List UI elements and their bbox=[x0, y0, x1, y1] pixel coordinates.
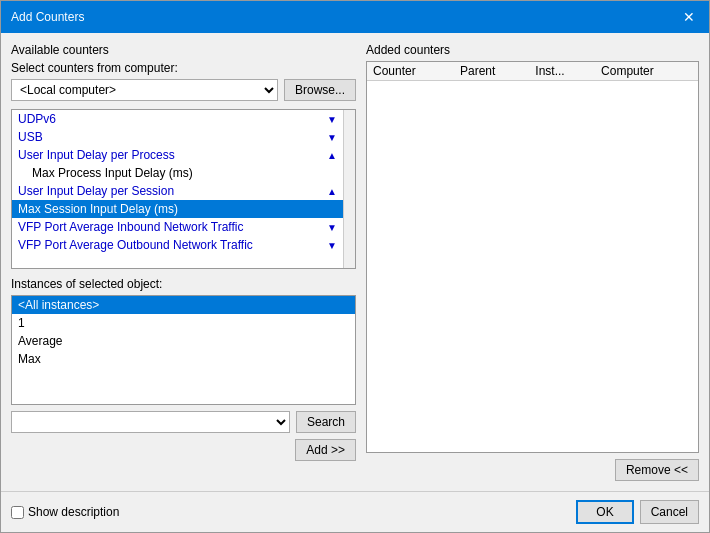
counter-label: VFP Port Average Outbound Network Traffi… bbox=[18, 238, 253, 252]
counter-label: Max Session Input Delay (ms) bbox=[18, 202, 178, 216]
counter-label: UDPv6 bbox=[18, 112, 56, 126]
counter-label: USB bbox=[18, 130, 43, 144]
ok-button[interactable]: OK bbox=[576, 500, 633, 524]
close-button[interactable]: ✕ bbox=[679, 7, 699, 27]
col-computer: Computer bbox=[595, 62, 698, 81]
browse-button[interactable]: Browse... bbox=[284, 79, 356, 101]
search-button[interactable]: Search bbox=[296, 411, 356, 433]
counter-item-vfp-outbound[interactable]: VFP Port Average Outbound Network Traffi… bbox=[12, 236, 343, 254]
added-table-container: Counter Parent Inst... Computer bbox=[366, 61, 699, 453]
cancel-button[interactable]: Cancel bbox=[640, 500, 699, 524]
counter-label: User Input Delay per Session bbox=[18, 184, 174, 198]
instance-max[interactable]: Max bbox=[12, 350, 355, 368]
counter-item-max-session[interactable]: Max Session Input Delay (ms) bbox=[12, 200, 343, 218]
counter-item-vfp-inbound[interactable]: VFP Port Average Inbound Network Traffic… bbox=[12, 218, 343, 236]
counter-list-inner: UDPv6 ▼ USB ▼ User Input Delay per Proce… bbox=[12, 110, 343, 254]
remove-row: Remove << bbox=[366, 459, 699, 481]
select-from-label: Select counters from computer: bbox=[11, 61, 356, 75]
counter-list-container: UDPv6 ▼ USB ▼ User Input Delay per Proce… bbox=[11, 109, 356, 269]
right-panel: Added counters Counter Parent Inst... Co… bbox=[366, 43, 699, 481]
counter-item-udpv6[interactable]: UDPv6 ▼ bbox=[12, 110, 343, 128]
collapse-icon: ▲ bbox=[327, 186, 337, 197]
counter-label: VFP Port Average Inbound Network Traffic bbox=[18, 220, 243, 234]
expand-icon: ▼ bbox=[327, 132, 337, 143]
counter-item-user-input-process[interactable]: User Input Delay per Process ▲ bbox=[12, 146, 343, 164]
col-parent: Parent bbox=[454, 62, 529, 81]
counter-item-usb[interactable]: USB ▼ bbox=[12, 128, 343, 146]
counter-label: User Input Delay per Process bbox=[18, 148, 175, 162]
show-description-checkbox[interactable] bbox=[11, 506, 24, 519]
expand-icon: ▼ bbox=[327, 114, 337, 125]
counter-item-user-input-session[interactable]: User Input Delay per Session ▲ bbox=[12, 182, 343, 200]
instances-container: <All instances> 1 Average Max bbox=[11, 295, 356, 405]
col-counter: Counter bbox=[367, 62, 454, 81]
expand-icon: ▼ bbox=[327, 222, 337, 233]
available-counters-label: Available counters bbox=[11, 43, 356, 57]
add-button[interactable]: Add >> bbox=[295, 439, 356, 461]
instance-average[interactable]: Average bbox=[12, 332, 355, 350]
dialog-title: Add Counters bbox=[11, 10, 84, 24]
add-row: Add >> bbox=[11, 439, 356, 461]
counter-list: UDPv6 ▼ USB ▼ User Input Delay per Proce… bbox=[12, 110, 343, 254]
remove-button[interactable]: Remove << bbox=[615, 459, 699, 481]
search-select[interactable] bbox=[11, 411, 290, 433]
instance-all[interactable]: <All instances> bbox=[12, 296, 355, 314]
computer-select-row: <Local computer> Browse... bbox=[11, 79, 356, 101]
instance-1[interactable]: 1 bbox=[12, 314, 355, 332]
scrollbar-track[interactable] bbox=[343, 110, 355, 268]
computer-select[interactable]: <Local computer> bbox=[11, 79, 278, 101]
show-description-label: Show description bbox=[28, 505, 119, 519]
added-table: Counter Parent Inst... Computer bbox=[367, 62, 698, 81]
collapse-icon: ▲ bbox=[327, 150, 337, 161]
left-panel: Available counters Select counters from … bbox=[11, 43, 356, 481]
bottom-bar: Show description OK Cancel bbox=[1, 491, 709, 532]
added-counters-label: Added counters bbox=[366, 43, 699, 57]
counter-item-max-process[interactable]: Max Process Input Delay (ms) bbox=[12, 164, 343, 182]
add-counters-dialog: Add Counters ✕ Available counters Select… bbox=[0, 0, 710, 533]
show-description-container: Show description bbox=[11, 505, 119, 519]
col-inst: Inst... bbox=[529, 62, 595, 81]
dialog-body: Available counters Select counters from … bbox=[1, 33, 709, 491]
instances-list: <All instances> 1 Average Max bbox=[12, 296, 355, 368]
expand-icon: ▼ bbox=[327, 240, 337, 251]
search-row: Search bbox=[11, 411, 356, 433]
title-bar: Add Counters ✕ bbox=[1, 1, 709, 33]
ok-cancel-row: OK Cancel bbox=[576, 500, 699, 524]
instances-label: Instances of selected object: bbox=[11, 277, 356, 291]
